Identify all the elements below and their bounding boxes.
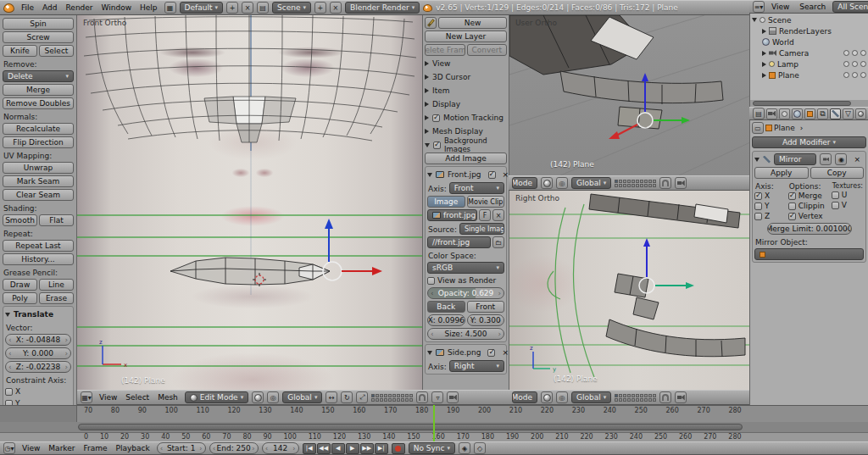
snap-magnet-icon[interactable]: [659, 177, 671, 189]
color-space-dropdown[interactable]: sRGB▾: [427, 262, 504, 274]
visibility-eye-icon[interactable]: [843, 61, 849, 67]
image-path-field[interactable]: //front.jpg: [427, 236, 491, 248]
flip-direction-button[interactable]: Flip Direction: [3, 136, 74, 148]
editor-type-icon[interactable]: ≡▾: [753, 1, 765, 13]
offset-x-field[interactable]: X: 0.0996: [427, 314, 465, 326]
render-opengl-icon[interactable]: [675, 177, 687, 189]
viewport-shading-icon[interactable]: [252, 391, 264, 403]
horizontal-scrollbar[interactable]: [78, 424, 743, 430]
movie-clip-tab[interactable]: Movie Clip: [467, 196, 505, 208]
sync-dropdown[interactable]: No Sync▾: [409, 442, 455, 454]
repeat-last-button[interactable]: Repeat Last: [3, 240, 74, 252]
mesh-3d-band[interactable]: [509, 15, 723, 129]
viewport-right-ortho[interactable]: z y Right Ortho (142) Plane: [509, 191, 749, 390]
size-field[interactable]: Size: 4.500: [427, 328, 504, 340]
expand-icon[interactable]: [752, 18, 757, 22]
remove-image-icon[interactable]: ×: [498, 348, 509, 357]
expand-icon[interactable]: [762, 73, 766, 78]
outliner-row-plane[interactable]: Plane: [752, 69, 866, 80]
outliner-view-menu[interactable]: View: [768, 3, 793, 11]
vector-z-field[interactable]: Z: -0.02238: [5, 361, 71, 373]
merge-checkbox[interactable]: [788, 192, 796, 200]
open-file-icon[interactable]: 🗀: [492, 236, 504, 248]
delete-modifier-icon[interactable]: ×: [850, 155, 864, 164]
texture-u-checkbox[interactable]: [832, 191, 839, 199]
panel-display[interactable]: Display: [425, 98, 507, 110]
mode-dropdown[interactable]: Edit Mode: [512, 177, 537, 189]
outliner-search-menu[interactable]: Search: [796, 3, 829, 11]
render-opengl-icon[interactable]: [447, 391, 459, 403]
layers-widget[interactable]: [615, 180, 656, 187]
record-button[interactable]: [392, 443, 405, 454]
mirror-modifier-header[interactable]: Mirror ◉ ×: [754, 153, 864, 165]
panel-3d-cursor[interactable]: 3D Cursor: [425, 71, 507, 83]
renderable-icon[interactable]: [860, 50, 866, 56]
pivot-center-icon[interactable]: ◎: [267, 391, 279, 403]
outliner-row-scene[interactable]: Scene: [752, 14, 866, 25]
gizmo-x-arrow[interactable]: [342, 267, 382, 275]
axis-dropdown[interactable]: Right▾: [449, 360, 504, 372]
knife-button[interactable]: Knife: [3, 45, 37, 57]
renderable-icon[interactable]: [860, 61, 866, 67]
layers-widget[interactable]: [615, 394, 656, 402]
tab-modifiers-icon[interactable]: [830, 108, 841, 119]
viewport-shading-icon[interactable]: [541, 391, 553, 403]
view-as-render-checkbox[interactable]: [427, 277, 435, 285]
manipulator-scale-icon[interactable]: ⤢: [356, 391, 368, 403]
end-frame-field[interactable]: End: 250: [209, 442, 259, 454]
current-frame-field[interactable]: 142: [262, 442, 299, 454]
insert-keyframe-icon[interactable]: ◇: [474, 442, 486, 454]
start-frame-field[interactable]: Start: 1: [157, 442, 206, 454]
delete-layout-button[interactable]: ×: [242, 2, 253, 14]
recalculate-button[interactable]: Recalculate: [3, 123, 74, 135]
transport-button[interactable]: ▶|: [375, 443, 388, 454]
gp-new-layer-button[interactable]: New Layer: [425, 31, 507, 42]
gp-poly-button[interactable]: Poly: [3, 292, 37, 304]
merge-button[interactable]: Merge: [3, 84, 74, 96]
outliner-filter-dropdown[interactable]: All Scenes▾: [832, 1, 868, 13]
viewport-shading-icon[interactable]: [541, 177, 553, 189]
menu-item[interactable]: Marker: [45, 444, 78, 452]
gp-delete-frame-button[interactable]: Delete Frame: [425, 44, 465, 56]
flat-button[interactable]: Flat: [39, 214, 74, 226]
tab-render-icon[interactable]: [766, 108, 777, 119]
pivot-center-icon[interactable]: ◎: [556, 177, 568, 189]
transport-button[interactable]: ◀◀: [317, 443, 331, 454]
transport-button[interactable]: |◀: [303, 443, 316, 454]
pivot-center-icon[interactable]: ◎: [556, 391, 568, 403]
image-datablock-field[interactable]: front.jpg: [427, 209, 477, 221]
apply-button[interactable]: Apply: [754, 167, 809, 179]
menu-item[interactable]: View: [19, 444, 43, 452]
clear-seam-button[interactable]: Clear Seam: [3, 189, 74, 201]
translate-panel-header[interactable]: Translate: [5, 308, 71, 320]
tab-constraints-icon[interactable]: ⧉: [817, 108, 828, 119]
transform-orientation-dropdown[interactable]: Global▾: [571, 177, 611, 189]
image-enable-checkbox[interactable]: [487, 349, 495, 357]
front-toggle[interactable]: Front: [467, 301, 505, 313]
selectable-icon[interactable]: [852, 72, 858, 78]
gp-convert-button[interactable]: Convert: [467, 44, 508, 56]
gizmo-z-arrow[interactable]: [643, 238, 650, 277]
screen-layout-browse-icon[interactable]: ▦: [164, 2, 176, 14]
mirror-object-field[interactable]: [754, 248, 864, 260]
modifier-name-field[interactable]: Mirror: [774, 153, 816, 165]
menu-item[interactable]: Add: [39, 3, 60, 12]
mouth-mesh[interactable]: [170, 258, 330, 285]
menu-item[interactable]: View: [96, 393, 120, 402]
menu-item[interactable]: Playback: [113, 444, 153, 452]
delete-menu-button[interactable]: Delete▾: [3, 70, 74, 82]
panel-background-images[interactable]: Background Images: [425, 139, 507, 151]
transport-button[interactable]: ▶▶: [360, 443, 374, 454]
unlink-image-button[interactable]: ×: [492, 209, 504, 221]
gp-line-button[interactable]: Line: [39, 279, 74, 291]
offset-y-field[interactable]: Y: 0.300: [467, 314, 505, 326]
transform-orientation-dropdown[interactable]: Global▾: [571, 391, 611, 403]
snap-magnet-icon[interactable]: [416, 391, 428, 403]
history-button[interactable]: History...: [3, 253, 74, 265]
scene-dropdown[interactable]: Scene▾: [272, 2, 311, 14]
keying-set-icon[interactable]: ◈: [459, 442, 470, 454]
background-images-checkbox[interactable]: [433, 141, 441, 149]
source-dropdown[interactable]: Single Image▾: [459, 223, 504, 235]
selectable-icon[interactable]: [852, 50, 858, 56]
unwrap-button[interactable]: Unwrap: [3, 162, 74, 174]
